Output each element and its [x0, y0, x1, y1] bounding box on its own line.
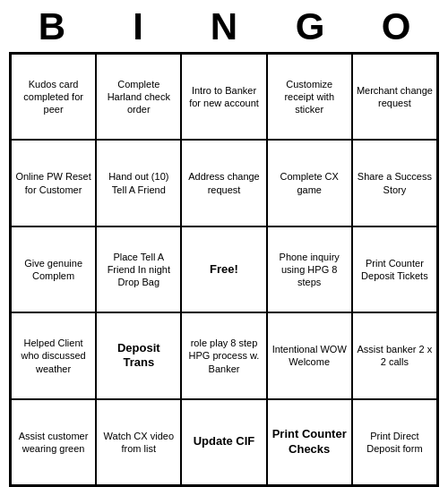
bingo-header: B I N G O	[9, 0, 439, 52]
bingo-cell-i4[interactable]: Deposit Trans	[96, 312, 181, 398]
bingo-cell-i2[interactable]: Hand out (10) Tell A Friend	[96, 140, 181, 226]
bingo-cell-o1[interactable]: Merchant change request	[352, 54, 437, 140]
bingo-cell-n2[interactable]: Address change request	[181, 140, 266, 226]
bingo-cell-o2[interactable]: Share a Success Story	[352, 140, 437, 226]
letter-b: B	[13, 5, 91, 48]
bingo-cell-o5[interactable]: Print Direct Deposit form	[352, 399, 437, 485]
bingo-cell-b4[interactable]: Helped Client who discussed weather	[11, 312, 96, 398]
bingo-cell-b1[interactable]: Kudos card completed for peer	[11, 54, 96, 140]
letter-i: I	[99, 5, 177, 48]
bingo-cell-g2[interactable]: Complete CX game	[267, 140, 352, 226]
bingo-cell-i5[interactable]: Watch CX video from list	[96, 399, 181, 485]
bingo-cell-g5[interactable]: Print Counter Checks	[267, 399, 352, 485]
bingo-cell-n5[interactable]: Update CIF	[181, 399, 266, 485]
bingo-cell-b3[interactable]: Give genuine Complem	[11, 226, 96, 312]
bingo-cell-g3[interactable]: Phone inquiry using HPG 8 steps	[267, 226, 352, 312]
bingo-grid: Kudos card completed for peerComplete Ha…	[9, 52, 439, 487]
letter-n: N	[185, 5, 263, 48]
letter-o: O	[357, 5, 435, 48]
bingo-cell-o4[interactable]: Assist banker 2 x 2 calls	[352, 312, 437, 398]
bingo-cell-g1[interactable]: Customize receipt with sticker	[267, 54, 352, 140]
bingo-cell-n1[interactable]: Intro to Banker for new account	[181, 54, 266, 140]
bingo-cell-g4[interactable]: Intentional WOW Welcome	[267, 312, 352, 398]
bingo-cell-n3[interactable]: Free!	[181, 226, 266, 312]
letter-g: G	[271, 5, 349, 48]
bingo-cell-i3[interactable]: Place Tell A Friend In night Drop Bag	[96, 226, 181, 312]
bingo-cell-b2[interactable]: Online PW Reset for Customer	[11, 140, 96, 226]
bingo-cell-n4[interactable]: role play 8 step HPG process w. Banker	[181, 312, 266, 398]
bingo-cell-o3[interactable]: Print Counter Deposit Tickets	[352, 226, 437, 312]
bingo-cell-i1[interactable]: Complete Harland check order	[96, 54, 181, 140]
bingo-cell-b5[interactable]: Assist customer wearing green	[11, 399, 96, 485]
